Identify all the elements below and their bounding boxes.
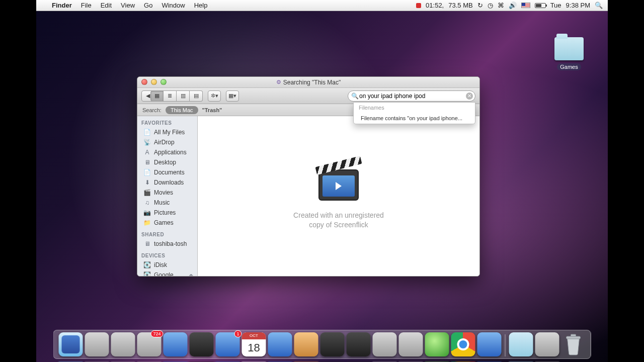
dock-ical[interactable]: OCT 18 (242, 332, 266, 356)
sidebar-item-games[interactable]: 📁Games (137, 218, 197, 228)
desktop-folder-games[interactable]: Games (550, 37, 588, 71)
search-field[interactable]: 🔍 ✕ (348, 90, 475, 102)
eject-icon[interactable]: ⏏ (189, 273, 193, 277)
sidebar-item-music[interactable]: ♫Music (137, 198, 197, 208)
dock-utorrent[interactable] (425, 332, 449, 356)
coverflow-view-button[interactable]: ▤ (190, 90, 203, 102)
dock-preview[interactable] (373, 332, 397, 356)
dock-photo-booth[interactable] (399, 332, 423, 356)
recording-indicator-icon[interactable] (416, 3, 421, 8)
action-menu-button[interactable]: ✲▾ (208, 90, 221, 102)
app-menu[interactable]: Finder (47, 2, 76, 9)
all-my-files-icon: 📄 (143, 129, 151, 136)
airdrop-icon: 📡 (143, 139, 151, 146)
disk-icon: 💽 (143, 261, 151, 268)
menu-file[interactable]: File (76, 2, 96, 9)
movies-icon: 🎬 (143, 189, 151, 196)
sidebar-item-toshiba[interactable]: 🖥toshiba-tosh (137, 239, 197, 249)
list-view-button[interactable]: ≣ (164, 90, 177, 102)
menu-help[interactable]: Help (190, 2, 212, 9)
clock-day[interactable]: Tue (550, 2, 561, 9)
arrange-menu-button[interactable]: ▦▾ (226, 90, 239, 102)
icon-view-button[interactable]: ▦ (150, 90, 164, 102)
dock-downloads-stack[interactable] (509, 332, 533, 356)
sidebar-item-pictures[interactable]: 📷Pictures (137, 208, 197, 218)
spotlight-icon[interactable]: 🔍 (595, 2, 603, 9)
timemachine-icon[interactable]: ◷ (488, 2, 493, 9)
sidebar-item-idisk[interactable]: 💽iDisk (137, 260, 197, 270)
sidebar-header-favorites: FAVORITES (137, 116, 197, 127)
menu-view[interactable]: View (116, 2, 139, 9)
calendar-month: OCT (242, 332, 266, 339)
dock-facetime[interactable] (190, 332, 214, 356)
dock-app-store[interactable]: 1 (216, 332, 240, 356)
finder-sidebar: FAVORITES 📄All My Files 📡AirDrop AApplic… (137, 116, 198, 276)
dock-safari[interactable] (164, 332, 188, 356)
clapperboard-icon (313, 162, 364, 206)
applications-icon: A (143, 149, 151, 156)
dock-mail[interactable]: 724 (137, 332, 162, 356)
window-minimize-button[interactable] (151, 79, 157, 85)
input-source-icon[interactable] (521, 3, 530, 8)
sidebar-item-downloads[interactable]: ⬇Downloads (137, 177, 197, 188)
finder-content: Created with an unregistered copy of Scr… (198, 116, 479, 276)
sidebar-item-documents[interactable]: 📄Documents (137, 167, 197, 177)
dock-mission-control[interactable] (111, 332, 135, 356)
sidebar-item-label: Downloads (154, 179, 184, 186)
sidebar-item-airdrop[interactable]: 📡AirDrop (137, 137, 197, 147)
music-icon: ♫ (143, 199, 151, 206)
dock-screenflick[interactable] (477, 332, 502, 356)
watermark-text: Created with an unregistered copy of Scr… (293, 211, 384, 230)
search-input[interactable] (359, 93, 464, 100)
menubar: Finder File Edit View Go Window Help 01:… (36, 0, 608, 11)
window-titlebar[interactable]: ⚙ Searching "This Mac" (137, 77, 479, 88)
dock-finder[interactable] (59, 332, 83, 356)
dock-documents-stack[interactable] (535, 332, 559, 356)
sidebar-item-label: Desktop (154, 159, 176, 166)
battery-icon[interactable] (535, 3, 546, 8)
window-zoom-button[interactable] (160, 79, 167, 85)
pictures-icon: 📷 (143, 209, 151, 216)
dock-imovie[interactable] (347, 332, 371, 356)
svg-rect-1 (571, 334, 576, 336)
volume-icon[interactable]: 🔊 (509, 2, 517, 9)
menu-go[interactable]: Go (139, 2, 157, 9)
dock-iphoto[interactable] (320, 332, 345, 356)
window-close-button[interactable] (141, 79, 147, 85)
sidebar-item-applications[interactable]: AApplications (137, 147, 197, 157)
scope-this-mac[interactable]: This Mac (166, 106, 198, 114)
sidebar-item-label: Music (154, 199, 170, 206)
sidebar-item-all-my-files[interactable]: 📄All My Files (137, 127, 197, 137)
menu-window[interactable]: Window (157, 2, 189, 9)
sidebar-item-label: Games (154, 219, 174, 226)
sidebar-item-google[interactable]: 💽Google…⏏ (137, 270, 197, 276)
sidebar-item-label: iDisk (154, 261, 167, 268)
column-view-button[interactable]: ▥ (177, 90, 190, 102)
dock-separator (505, 334, 506, 356)
sync-icon[interactable]: ↻ (477, 2, 483, 9)
sidebar-item-movies[interactable]: 🎬Movies (137, 188, 197, 198)
watermark-line: copy of Screenflick (293, 220, 384, 230)
sidebar-item-label: Pictures (154, 209, 176, 216)
desktop-wallpaper: Finder File Edit View Go Window Help 01:… (36, 0, 608, 362)
sidebar-item-label: Applications (154, 149, 187, 156)
dock: 724 1 OCT 18 (53, 330, 591, 359)
clock-time[interactable]: 9:38 PM (566, 2, 590, 9)
clear-search-button[interactable]: ✕ (466, 93, 473, 100)
sidebar-item-label: toshiba-tosh (154, 240, 187, 247)
downloads-icon: ⬇ (143, 179, 151, 186)
dock-chrome[interactable] (451, 332, 475, 356)
dock-launchpad[interactable] (85, 332, 109, 356)
dock-itunes[interactable] (268, 332, 292, 356)
dock-trash[interactable] (561, 332, 586, 356)
dock-contacts[interactable] (294, 332, 318, 356)
sidebar-item-label: All My Files (154, 129, 185, 136)
bluetooth-icon[interactable]: ⌘ (498, 2, 504, 9)
sidebar-item-label: Google… (154, 272, 180, 276)
menu-edit[interactable]: Edit (96, 2, 116, 9)
sidebar-item-desktop[interactable]: 🖥Desktop (137, 157, 197, 167)
scope-trash[interactable]: "Trash" (202, 107, 222, 113)
view-switcher: ▦ ≣ ▥ ▤ (150, 90, 203, 102)
sidebar-header-devices: DEVICES (137, 249, 197, 260)
suggestion-item[interactable]: Filename contains "on your ipad iphone..… (354, 113, 475, 124)
